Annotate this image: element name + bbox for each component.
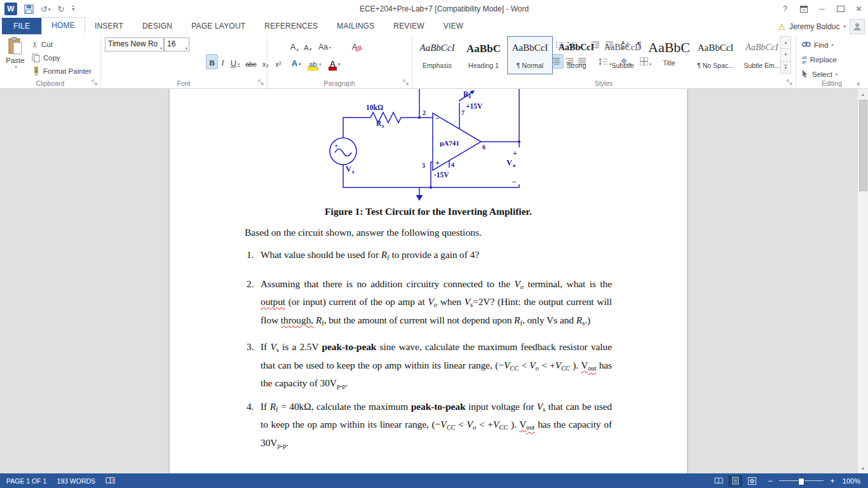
zoom-out-button[interactable]: − <box>766 477 774 485</box>
undo-button[interactable]: ↺▾ <box>41 5 50 13</box>
zoom-slider[interactable] <box>779 477 824 485</box>
word-logo-icon[interactable]: W <box>4 3 17 15</box>
proofing-errors-icon[interactable]: ✕ <box>105 477 115 485</box>
paste-button[interactable]: Paste ▾ <box>3 37 27 79</box>
style-label: ¶ Normal <box>508 62 552 69</box>
scroll-up-icon: ▲ <box>861 92 865 97</box>
help-button[interactable]: ? <box>776 0 794 18</box>
save-button[interactable] <box>24 4 34 14</box>
question-item: 4.If Rf = 40kΩ, calculate the maximum pe… <box>245 399 612 454</box>
close-button[interactable]: ✕ <box>850 0 868 18</box>
font-name-combo[interactable]: Times New Ro ▾ <box>105 37 164 51</box>
tab-page-layout[interactable]: PAGE LAYOUT <box>182 18 255 34</box>
tab-references[interactable]: REFERENCES <box>255 18 327 34</box>
zoom-in-button[interactable]: + <box>829 477 836 485</box>
down-icon: ▼ <box>784 53 788 57</box>
paragraph-dialog-launcher[interactable] <box>403 79 409 86</box>
tab-review[interactable]: REVIEW <box>384 18 434 34</box>
redo-icon: ↻ <box>57 5 64 13</box>
account-area[interactable]: ⚠ Jeremy Bolduc ▾ <box>778 19 868 34</box>
underline-caret-icon: ▾ <box>238 62 240 68</box>
styles-scroll-up-button[interactable]: ▲ <box>780 36 791 49</box>
ribbon: Paste ▾ ✂ Cut Copy Format P <box>0 34 868 89</box>
style-strong[interactable]: AaBbCcIStrong <box>553 36 599 74</box>
scroll-down-button[interactable]: ▼ <box>858 463 868 473</box>
document-page[interactable]: 10kΩ R s R f +15V -15V µA741 2 3 4 6 7 +… <box>170 89 687 473</box>
cut-button[interactable]: ✂ Cut <box>32 38 53 50</box>
style-label: Title <box>647 59 691 67</box>
style-subtleem[interactable]: AaBbCcISubtle Em... <box>739 36 785 74</box>
style-heading1[interactable]: AaBbCHeading 1 <box>461 36 506 74</box>
copy-button[interactable]: Copy <box>32 51 60 64</box>
web-layout-button[interactable] <box>745 475 759 487</box>
print-layout-icon <box>732 477 739 485</box>
question-number: 3. <box>247 339 254 355</box>
account-name: Jeremy Bolduc <box>789 22 839 31</box>
customize-qat-button[interactable]: ▾ <box>71 6 74 12</box>
maximize-button[interactable] <box>831 0 850 18</box>
styles-gallery-more-button[interactable]: ▼ <box>780 61 791 74</box>
tab-mailings[interactable]: MAILINGS <box>327 18 384 34</box>
ribbon-display-options-button[interactable] <box>794 0 813 18</box>
scrollbar-thumb[interactable] <box>859 100 867 191</box>
word-count[interactable]: 193 WORDS <box>57 477 95 485</box>
font-dialog-launcher[interactable] <box>258 79 264 86</box>
styles-dialog-launcher[interactable] <box>787 79 793 86</box>
ribbon-tab-row: FILEHOMEINSERTDESIGNPAGE LAYOUTREFERENCE… <box>0 18 868 34</box>
select-icon <box>802 70 809 78</box>
styles-gallery: AaBbCcIEmphasisAaBbCHeading 1AaBbCcI¶ No… <box>414 36 785 74</box>
find-button[interactable]: Find ▾ <box>802 39 833 51</box>
style-subtitle[interactable]: AaBbCcDSubtitle <box>600 36 646 74</box>
zoom-slider-thumb[interactable] <box>798 478 804 485</box>
window-title: ECE+204+Pre-Lab+7 [Compatibility Mode] -… <box>112 4 776 13</box>
style-title[interactable]: AaBbCTitle <box>646 36 692 74</box>
tab-insert[interactable]: INSERT <box>85 18 133 34</box>
style-normal[interactable]: AaBbCcI¶ Normal <box>507 36 553 74</box>
clipboard-dialog-launcher[interactable] <box>92 79 98 86</box>
minimize-icon: ─ <box>819 4 825 13</box>
print-layout-button[interactable] <box>728 475 742 487</box>
select-caret-icon: ▾ <box>836 72 837 76</box>
replace-button[interactable]: ab ac Replace <box>802 53 837 65</box>
select-button[interactable]: Select ▾ <box>802 68 837 80</box>
style-emphasis[interactable]: AaBbCcIEmphasis <box>414 36 460 74</box>
format-painter-button[interactable]: Format Painter <box>32 65 92 77</box>
scroll-up-button[interactable]: ▲ <box>858 89 868 99</box>
cut-label: Cut <box>41 41 53 48</box>
style-label: Subtle Em... <box>740 62 784 69</box>
replace-icon-bottom: ac <box>802 60 807 64</box>
vertical-scrollbar[interactable]: ▲ ▼ <box>857 89 868 473</box>
minimize-button[interactable]: ─ <box>813 0 831 18</box>
vs-label: V <box>346 165 351 173</box>
svg-text:s: s <box>352 168 355 175</box>
collapse-ribbon-icon[interactable]: ∧ <box>856 81 860 87</box>
bold-button[interactable]: B <box>206 54 218 69</box>
style-preview: AaBbCcI <box>693 43 738 58</box>
underline-button[interactable]: U▾ <box>227 54 243 69</box>
svg-text:s: s <box>382 123 384 129</box>
tab-file[interactable]: FILE <box>2 18 41 34</box>
positive-supply-label: +15V <box>466 102 483 110</box>
avatar[interactable] <box>850 19 865 34</box>
font-size-combo[interactable]: 16 ▾ <box>164 37 189 51</box>
strikethrough-button[interactable]: abc <box>243 54 259 69</box>
zoom-percentage[interactable]: 100% <box>841 477 860 485</box>
read-mode-button[interactable] <box>712 475 726 487</box>
paste-label: Paste <box>6 57 24 64</box>
pin3-label: 3 <box>422 162 425 169</box>
redo-button[interactable]: ↻ <box>57 5 64 13</box>
copy-label: Copy <box>43 54 60 62</box>
italic-button[interactable]: I <box>218 54 227 69</box>
page-indicator[interactable]: PAGE 1 OF 1 <box>6 477 46 485</box>
tab-view[interactable]: VIEW <box>434 18 473 34</box>
more-styles-icon: ▼ <box>784 65 788 70</box>
zoom-control: − + 100% <box>766 477 860 485</box>
style-nospac[interactable]: AaBbCcI¶ No Spac... <box>693 36 738 74</box>
style-preview: AaBbCcI <box>415 43 459 58</box>
resistor-value-label: 10kΩ <box>366 104 383 111</box>
window-controls: ? ─ ✕ <box>776 0 868 18</box>
styles-scroll-down-button[interactable]: ▼ <box>780 48 791 61</box>
tab-design[interactable]: DESIGN <box>133 18 182 34</box>
cut-icon: ✂ <box>31 41 39 47</box>
tab-home[interactable]: HOME <box>41 17 85 34</box>
